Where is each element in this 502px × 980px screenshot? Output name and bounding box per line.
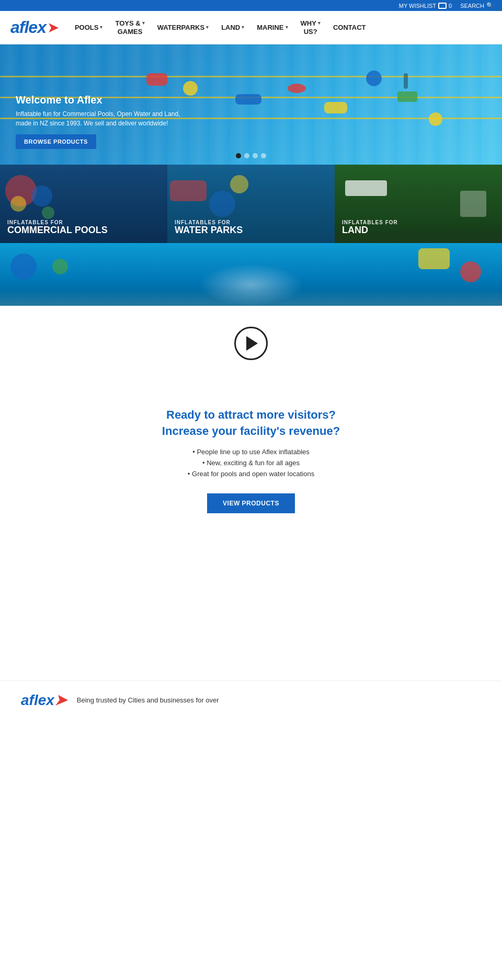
bullet-1: People line up to use Aflex inflatables	[21, 448, 481, 456]
logo-text: aflex	[10, 18, 46, 37]
footer-logo: aflex➤	[21, 691, 66, 709]
dot-2[interactable]	[244, 153, 249, 158]
category-water-parks[interactable]: INFLATABLES FOR WATER PARKS	[167, 165, 335, 243]
logo-area[interactable]: aflex➤	[10, 18, 59, 37]
cart-count: 0	[449, 3, 452, 9]
nav-marine-label: MARINE	[257, 24, 283, 32]
hero-slider: Welcome to Aflex Inflatable fun for Comm…	[0, 44, 502, 165]
chevron-down-icon: ▾	[206, 25, 209, 30]
visitors-bullets: People line up to use Aflex inflatables …	[21, 448, 481, 478]
cat-land-for-label: INFLATABLES FOR	[342, 220, 495, 225]
nav-item-land[interactable]: LAND ▾	[216, 20, 249, 35]
main-nav: POOLS ▾ TOYS & ▾ GAMES WATERPARKS ▾ LAND…	[70, 16, 492, 39]
bullet-2: New, exciting & fun for all ages	[21, 459, 481, 467]
hero-title: Welcome to Aflex	[16, 94, 183, 106]
nav-item-why[interactable]: WHY ▾ US?	[295, 16, 326, 39]
footer-tagline: Being trusted by Cities and businesses f…	[77, 696, 219, 704]
play-button[interactable]	[234, 327, 268, 360]
play-icon	[246, 336, 258, 351]
nav-land-label: LAND	[221, 24, 240, 32]
nav-item-contact[interactable]: CONTACT	[328, 20, 371, 35]
nav-contact-label: CONTACT	[333, 24, 366, 32]
nav-item-marine[interactable]: MARINE ▾	[252, 20, 293, 35]
visitors-heading: Ready to attract more visitors? Increase…	[21, 407, 481, 440]
dot-3[interactable]	[253, 153, 258, 158]
hero-text-box: Welcome to Aflex Inflatable fun for Comm…	[16, 94, 183, 149]
chevron-down-icon: ▾	[242, 25, 244, 30]
visitors-section: Ready to attract more visitors? Increase…	[0, 376, 502, 534]
browse-products-button[interactable]: BROWSE PRODUCTS	[16, 134, 96, 149]
cat-commercial-title: COMMERCIAL POOLS	[7, 225, 160, 236]
view-products-button[interactable]: VIEW PRODUCTS	[207, 493, 295, 513]
cat-commercial-pools-text: INFLATABLES FOR COMMERCIAL POOLS	[7, 220, 160, 236]
dot-1[interactable]	[236, 153, 241, 158]
nav-why-label: WHY	[301, 19, 316, 28]
logo-swoosh: ➤	[47, 19, 59, 36]
header: aflex➤ POOLS ▾ TOYS & ▾ GAMES WATERPARKS…	[0, 11, 502, 44]
footer-brand-section: aflex➤ Being trusted by Cities and busin…	[0, 681, 502, 719]
search-icon: 🔍	[486, 2, 494, 9]
slider-dots	[236, 153, 266, 158]
cat-land-title: LAND	[342, 225, 495, 236]
nav-item-pools[interactable]: POOLS ▾	[70, 20, 108, 35]
cat-waterparks-for-label: INFLATABLES FOR	[175, 220, 327, 225]
cat-waterparks-title: WATER PARKS	[175, 225, 327, 236]
category-land[interactable]: INFLATABLES FOR LAND	[335, 165, 502, 243]
nav-waterparks-label: WATERPARKS	[157, 24, 205, 32]
nav-toys-label: TOYS &	[115, 19, 140, 28]
cat-water-parks-text: INFLATABLES FOR WATER PARKS	[175, 220, 327, 236]
search-area[interactable]: SEARCH 🔍	[460, 2, 494, 9]
hero-subtitle: Inflatable fun for Commercial Pools, Ope…	[16, 109, 183, 128]
cart-icon	[438, 3, 447, 9]
dot-4[interactable]	[261, 153, 266, 158]
top-bar: MY WISHLIST 0 SEARCH 🔍	[0, 0, 502, 11]
nav-us-label: US?	[304, 28, 317, 36]
chevron-down-icon: ▾	[318, 20, 321, 26]
cat-commercial-for-label: INFLATABLES FOR	[7, 220, 160, 225]
visitors-heading-line2: Increase your facility's revenue?	[162, 424, 340, 437]
category-commercial-pools[interactable]: INFLATABLES FOR COMMERCIAL POOLS	[0, 165, 167, 243]
cat-land-text: INFLATABLES FOR LAND	[342, 220, 495, 236]
water-action-section	[0, 243, 502, 306]
search-label: SEARCH	[460, 3, 484, 9]
video-section	[0, 306, 502, 376]
spacer-section	[0, 534, 502, 681]
nav-item-waterparks[interactable]: WATERPARKS ▾	[152, 20, 214, 35]
nav-games-label: GAMES	[118, 28, 143, 36]
category-grid: INFLATABLES FOR COMMERCIAL POOLS INFLATA…	[0, 165, 502, 243]
nav-pools-label: POOLS	[75, 24, 99, 32]
chevron-down-icon: ▾	[286, 25, 288, 30]
nav-item-toys[interactable]: TOYS & ▾ GAMES	[110, 16, 150, 39]
bullet-3: Great for pools and open water locations	[21, 470, 481, 478]
wishlist-label: MY WISHLIST	[399, 3, 436, 9]
visitors-heading-line1: Ready to attract more visitors?	[166, 408, 336, 421]
chevron-down-icon: ▾	[100, 25, 102, 30]
chevron-down-icon: ▾	[142, 20, 145, 26]
wishlist-area[interactable]: MY WISHLIST 0	[399, 3, 452, 9]
